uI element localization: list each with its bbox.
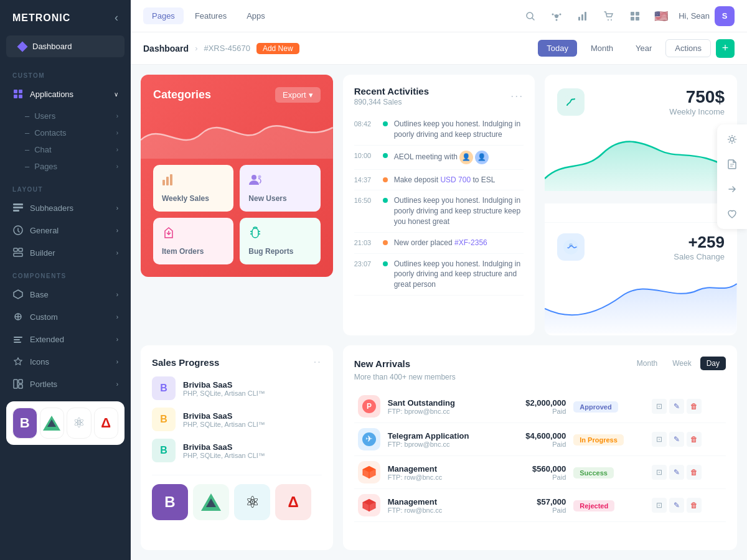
activity-time-1: 08:42 [354,119,377,128]
arrival-ftp-2: FTP: bprow@bnc.cc [388,441,501,448]
network-icon-button[interactable] [548,7,565,25]
activity-item-2: 10:00 AEOL meeting with 👤 👤 [354,146,524,170]
arrival-copy-3[interactable]: ⊡ [652,465,667,480]
bootstrap-logo[interactable]: B [12,408,37,439]
fw-react[interactable]: ⚛ [234,484,270,520]
grid-icon-button[interactable] [626,7,644,25]
period-year-button[interactable]: Year [627,40,660,57]
general-chevron: › [116,227,118,234]
right-icon-settings[interactable] [722,129,742,149]
svg-rect-25 [578,17,580,21]
general-icon [12,225,24,236]
activity-text-3: Make deposit USD 700 to ESL [394,175,524,185]
arrival-row-3: Management FTP: row@bnc.cc $560,000 Paid… [354,456,726,489]
svg-point-50 [730,138,734,141]
dashboard-label: Dashboard [32,42,72,51]
arrival-copy-2[interactable]: ⊡ [652,432,667,447]
sales-change-chart [545,271,737,335]
base-chevron: › [116,291,118,298]
sidebar-item-extended[interactable]: Extended › [0,328,131,350]
sidebar-item-base[interactable]: Base › [0,283,131,306]
sidebar-sub-contacts[interactable]: –Contacts› [0,124,131,141]
nav-tab-features[interactable]: Features [186,7,235,24]
svg-rect-3 [19,95,22,98]
angular-logo[interactable]: Δ [94,408,119,439]
svg-rect-8 [14,248,17,251]
svg-point-24 [556,19,558,21]
item-orders-label: Item Orders [162,247,225,256]
sidebar-item-subheaders[interactable]: Subheaders › [0,197,131,219]
arrival-edit-3[interactable]: ✎ [669,465,684,480]
sidebar-sub-pages[interactable]: –Pages› [0,158,131,175]
sidebar-item-custom[interactable]: Custom › [0,306,131,328]
arrivals-period-week[interactable]: Week [666,357,697,370]
sidebar-item-dashboard[interactable]: Dashboard [6,35,125,57]
right-icon-arrow[interactable] [722,179,742,199]
arrival-copy-1[interactable]: ⊡ [652,399,667,414]
sales-logo-3: B [152,439,176,462]
search-icon-button[interactable] [522,7,539,25]
arrival-delete-2[interactable]: 🗑 [687,432,702,447]
flag-icon[interactable]: 🇺🇸 [652,7,670,25]
arrival-amount-2: $4,600,000 [509,431,566,441]
arrival-delete-4[interactable]: 🗑 [687,498,702,513]
arrival-edit-4[interactable]: ✎ [669,498,684,513]
nav-tab-apps[interactable]: Apps [238,7,274,24]
svg-point-43 [569,243,573,247]
activity-text-6: Outlines keep you honest. Indulging in p… [394,259,524,290]
arrival-delete-1[interactable]: 🗑 [687,399,702,414]
sidebar-toggle-button[interactable]: ‹ [115,11,118,24]
arrival-paid-3: Paid [509,474,566,481]
sidebar-section-components: COMPONENTS [0,264,131,283]
react-logo[interactable]: ⚛ [67,408,92,439]
right-icon-heart[interactable] [722,204,742,224]
fw-bootstrap[interactable]: B [152,484,188,520]
new-users-icon [248,174,311,189]
period-month-button[interactable]: Month [582,40,622,57]
sales-progress-menu[interactable]: ·· [314,357,322,368]
svg-point-37 [251,175,256,180]
sidebar-item-portlets[interactable]: Portlets › [0,373,131,395]
extended-chevron: › [116,336,118,343]
arrival-edit-1[interactable]: ✎ [669,399,684,414]
arrival-edit-2[interactable]: ✎ [669,432,684,447]
arrival-ftp-4: FTP: row@bnc.cc [388,506,501,514]
fw-angular[interactable]: Δ [275,484,311,520]
weekly-sales-icon [162,174,225,189]
right-icon-paper[interactable] [722,154,742,174]
sidebar-sub-chat[interactable]: –Chat› [0,141,131,158]
arrivals-period-month[interactable]: Month [631,357,664,370]
arrival-icon-2: ✈ [358,428,380,450]
user-menu[interactable]: Hi, Sean S [679,6,735,26]
svg-text:P: P [367,402,372,411]
general-label: General [30,226,59,235]
activity-dot-2 [383,153,388,158]
portlets-chevron: › [116,381,118,388]
arrival-delete-3[interactable]: 🗑 [687,465,702,480]
sidebar-item-icons[interactable]: Icons › [0,350,131,373]
arrivals-period-day[interactable]: Day [700,357,726,370]
main-content: Pages Features Apps 🇺🇸 Hi, Sean [131,0,747,560]
arrival-icon-4 [358,494,380,516]
builder-chevron: › [116,250,118,256]
activity-item-1: 08:42 Outlines keep you honest. Indulgin… [354,114,524,146]
activity-list: 08:42 Outlines keep you honest. Indulgin… [354,114,524,296]
add-new-badge[interactable]: Add New [256,43,299,54]
sidebar-item-builder[interactable]: Builder › [0,241,131,264]
actions-button[interactable]: Actions [665,39,711,57]
add-button[interactable]: + [716,39,735,58]
sidebar-item-general[interactable]: General › [0,219,131,241]
chart-icon-button[interactable] [574,7,591,25]
sidebar-sub-users[interactable]: –Users› [0,108,131,124]
export-button[interactable]: Export ▾ [275,87,321,103]
cart-icon-button[interactable] [600,7,618,25]
fw-vue[interactable] [193,484,229,520]
nav-tab-pages[interactable]: Pages [143,7,184,24]
arrival-copy-4[interactable]: ⊡ [652,498,667,513]
vue-logo[interactable] [40,408,65,439]
sidebar-item-applications[interactable]: Applications ∨ [0,83,131,105]
builder-label: Builder [30,248,55,258]
sidebar-section-layout: LAYOUT [0,177,131,197]
activities-menu-button[interactable]: ··· [510,90,524,103]
period-today-button[interactable]: Today [538,40,577,57]
